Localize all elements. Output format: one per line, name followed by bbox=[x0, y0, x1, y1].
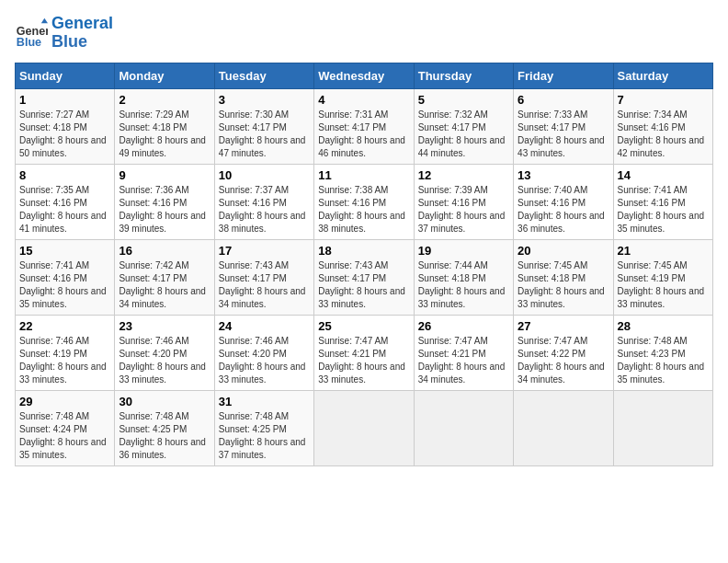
calendar-week-1: 8 Sunrise: 7:35 AM Sunset: 4:16 PM Dayli… bbox=[16, 164, 713, 239]
day-number: 29 bbox=[19, 395, 110, 408]
calendar-cell: 20 Sunrise: 7:45 AM Sunset: 4:18 PM Dayl… bbox=[514, 239, 613, 315]
col-header-saturday: Saturday bbox=[613, 63, 712, 88]
calendar-cell: 15 Sunrise: 7:41 AM Sunset: 4:16 PM Dayl… bbox=[16, 239, 115, 315]
day-number: 15 bbox=[19, 244, 110, 258]
day-number: 9 bbox=[119, 168, 210, 182]
calendar-cell bbox=[613, 390, 712, 465]
calendar-cell: 27 Sunrise: 7:47 AM Sunset: 4:22 PM Dayl… bbox=[514, 315, 613, 390]
calendar-week-0: 1 Sunrise: 7:27 AM Sunset: 4:18 PM Dayli… bbox=[16, 88, 713, 164]
day-number: 13 bbox=[518, 168, 609, 182]
day-number: 17 bbox=[219, 244, 310, 258]
day-number: 8 bbox=[19, 168, 110, 182]
day-number: 2 bbox=[119, 93, 210, 107]
calendar-cell: 29 Sunrise: 7:48 AM Sunset: 4:24 PM Dayl… bbox=[16, 390, 115, 465]
calendar-header-row: SundayMondayTuesdayWednesdayThursdayFrid… bbox=[16, 63, 713, 88]
day-info: Sunrise: 7:48 AM Sunset: 4:25 PM Dayligh… bbox=[219, 410, 310, 462]
day-info: Sunrise: 7:36 AM Sunset: 4:16 PM Dayligh… bbox=[119, 184, 210, 236]
day-number: 22 bbox=[19, 319, 110, 333]
day-number: 31 bbox=[219, 395, 310, 408]
calendar-cell: 16 Sunrise: 7:42 AM Sunset: 4:17 PM Dayl… bbox=[115, 239, 214, 315]
calendar-cell: 19 Sunrise: 7:44 AM Sunset: 4:18 PM Dayl… bbox=[414, 239, 513, 315]
calendar-cell: 21 Sunrise: 7:45 AM Sunset: 4:19 PM Dayl… bbox=[613, 239, 712, 315]
logo-icon: General Blue bbox=[15, 17, 48, 50]
calendar-week-2: 15 Sunrise: 7:41 AM Sunset: 4:16 PM Dayl… bbox=[16, 239, 713, 315]
day-number: 18 bbox=[318, 244, 409, 258]
calendar-cell: 13 Sunrise: 7:40 AM Sunset: 4:16 PM Dayl… bbox=[514, 164, 613, 239]
col-header-friday: Friday bbox=[514, 63, 613, 88]
calendar-cell: 9 Sunrise: 7:36 AM Sunset: 4:16 PM Dayli… bbox=[115, 164, 214, 239]
svg-marker-2 bbox=[41, 18, 48, 23]
day-info: Sunrise: 7:47 AM Sunset: 4:21 PM Dayligh… bbox=[418, 335, 509, 386]
calendar-cell bbox=[314, 390, 414, 465]
calendar-cell: 17 Sunrise: 7:43 AM Sunset: 4:17 PM Dayl… bbox=[214, 239, 313, 315]
calendar-cell: 11 Sunrise: 7:38 AM Sunset: 4:16 PM Dayl… bbox=[314, 164, 414, 239]
calendar-week-4: 29 Sunrise: 7:48 AM Sunset: 4:24 PM Dayl… bbox=[16, 390, 713, 465]
day-number: 21 bbox=[618, 244, 709, 258]
day-info: Sunrise: 7:34 AM Sunset: 4:16 PM Dayligh… bbox=[618, 109, 709, 160]
logo: General Blue GeneralBlue bbox=[15, 15, 113, 52]
day-info: Sunrise: 7:46 AM Sunset: 4:20 PM Dayligh… bbox=[119, 335, 210, 386]
day-number: 19 bbox=[418, 244, 509, 258]
calendar-cell: 12 Sunrise: 7:39 AM Sunset: 4:16 PM Dayl… bbox=[414, 164, 513, 239]
day-info: Sunrise: 7:37 AM Sunset: 4:16 PM Dayligh… bbox=[219, 184, 310, 236]
col-header-wednesday: Wednesday bbox=[314, 63, 414, 88]
day-number: 20 bbox=[518, 244, 609, 258]
day-number: 26 bbox=[418, 319, 509, 333]
day-number: 24 bbox=[219, 319, 310, 333]
calendar-cell: 6 Sunrise: 7:33 AM Sunset: 4:17 PM Dayli… bbox=[514, 88, 613, 164]
page-header: General Blue GeneralBlue bbox=[15, 15, 713, 52]
calendar-body: 1 Sunrise: 7:27 AM Sunset: 4:18 PM Dayli… bbox=[16, 88, 713, 465]
day-info: Sunrise: 7:29 AM Sunset: 4:18 PM Dayligh… bbox=[119, 109, 210, 160]
day-info: Sunrise: 7:41 AM Sunset: 4:16 PM Dayligh… bbox=[19, 259, 110, 311]
col-header-sunday: Sunday bbox=[16, 63, 115, 88]
calendar-week-3: 22 Sunrise: 7:46 AM Sunset: 4:19 PM Dayl… bbox=[16, 315, 713, 390]
calendar-cell: 14 Sunrise: 7:41 AM Sunset: 4:16 PM Dayl… bbox=[613, 164, 712, 239]
day-number: 14 bbox=[618, 168, 709, 182]
day-info: Sunrise: 7:47 AM Sunset: 4:21 PM Dayligh… bbox=[318, 335, 409, 386]
calendar-cell: 3 Sunrise: 7:30 AM Sunset: 4:17 PM Dayli… bbox=[214, 88, 313, 164]
day-info: Sunrise: 7:31 AM Sunset: 4:17 PM Dayligh… bbox=[318, 109, 409, 160]
day-info: Sunrise: 7:48 AM Sunset: 4:24 PM Dayligh… bbox=[19, 410, 110, 462]
day-number: 10 bbox=[219, 168, 310, 182]
col-header-thursday: Thursday bbox=[414, 63, 513, 88]
calendar-cell: 28 Sunrise: 7:48 AM Sunset: 4:23 PM Dayl… bbox=[613, 315, 712, 390]
calendar-cell: 24 Sunrise: 7:46 AM Sunset: 4:20 PM Dayl… bbox=[214, 315, 313, 390]
logo-text: GeneralBlue bbox=[51, 15, 113, 52]
day-info: Sunrise: 7:32 AM Sunset: 4:17 PM Dayligh… bbox=[418, 109, 509, 160]
calendar-cell bbox=[414, 390, 513, 465]
day-info: Sunrise: 7:35 AM Sunset: 4:16 PM Dayligh… bbox=[19, 184, 110, 236]
calendar-cell: 4 Sunrise: 7:31 AM Sunset: 4:17 PM Dayli… bbox=[314, 88, 414, 164]
day-number: 25 bbox=[318, 319, 409, 333]
day-number: 7 bbox=[618, 93, 709, 107]
day-number: 30 bbox=[119, 395, 210, 408]
day-info: Sunrise: 7:27 AM Sunset: 4:18 PM Dayligh… bbox=[19, 109, 110, 160]
svg-text:Blue: Blue bbox=[17, 36, 41, 49]
calendar-cell: 30 Sunrise: 7:48 AM Sunset: 4:25 PM Dayl… bbox=[115, 390, 214, 465]
calendar-cell: 22 Sunrise: 7:46 AM Sunset: 4:19 PM Dayl… bbox=[16, 315, 115, 390]
calendar-cell: 31 Sunrise: 7:48 AM Sunset: 4:25 PM Dayl… bbox=[214, 390, 313, 465]
day-info: Sunrise: 7:43 AM Sunset: 4:17 PM Dayligh… bbox=[219, 259, 310, 311]
day-number: 6 bbox=[518, 93, 609, 107]
col-header-tuesday: Tuesday bbox=[214, 63, 313, 88]
day-info: Sunrise: 7:40 AM Sunset: 4:16 PM Dayligh… bbox=[518, 184, 609, 236]
day-info: Sunrise: 7:33 AM Sunset: 4:17 PM Dayligh… bbox=[518, 109, 609, 160]
day-info: Sunrise: 7:46 AM Sunset: 4:20 PM Dayligh… bbox=[219, 335, 310, 386]
day-info: Sunrise: 7:41 AM Sunset: 4:16 PM Dayligh… bbox=[618, 184, 709, 236]
calendar-cell: 1 Sunrise: 7:27 AM Sunset: 4:18 PM Dayli… bbox=[16, 88, 115, 164]
day-number: 28 bbox=[618, 319, 709, 333]
day-info: Sunrise: 7:45 AM Sunset: 4:19 PM Dayligh… bbox=[618, 259, 709, 311]
day-number: 27 bbox=[518, 319, 609, 333]
day-info: Sunrise: 7:48 AM Sunset: 4:25 PM Dayligh… bbox=[119, 410, 210, 462]
day-info: Sunrise: 7:43 AM Sunset: 4:17 PM Dayligh… bbox=[318, 259, 409, 311]
calendar-cell: 10 Sunrise: 7:37 AM Sunset: 4:16 PM Dayl… bbox=[214, 164, 313, 239]
day-info: Sunrise: 7:44 AM Sunset: 4:18 PM Dayligh… bbox=[418, 259, 509, 311]
day-info: Sunrise: 7:38 AM Sunset: 4:16 PM Dayligh… bbox=[318, 184, 409, 236]
day-info: Sunrise: 7:42 AM Sunset: 4:17 PM Dayligh… bbox=[119, 259, 210, 311]
day-number: 5 bbox=[418, 93, 509, 107]
day-info: Sunrise: 7:39 AM Sunset: 4:16 PM Dayligh… bbox=[418, 184, 509, 236]
day-number: 4 bbox=[318, 93, 409, 107]
calendar-cell bbox=[514, 390, 613, 465]
calendar-cell: 2 Sunrise: 7:29 AM Sunset: 4:18 PM Dayli… bbox=[115, 88, 214, 164]
calendar-cell: 26 Sunrise: 7:47 AM Sunset: 4:21 PM Dayl… bbox=[414, 315, 513, 390]
calendar-cell: 8 Sunrise: 7:35 AM Sunset: 4:16 PM Dayli… bbox=[16, 164, 115, 239]
